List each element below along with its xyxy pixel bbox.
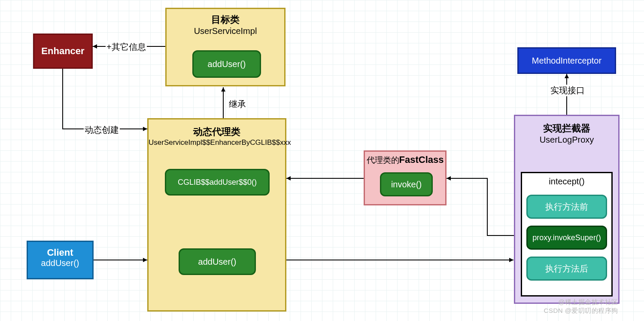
- target-class-title: 目标类: [167, 13, 284, 26]
- node-enhancer: Enhancer: [33, 34, 93, 69]
- proxy-class-method-2: addUser(): [179, 248, 256, 275]
- fastclass-method-label: invoke(): [391, 180, 422, 190]
- step-before-label: 执行方法前: [545, 201, 588, 213]
- method-interceptor-label: MethodInterceptor: [532, 56, 601, 66]
- fastclass-title-prefix: 代理类的: [367, 156, 399, 165]
- edge-label-dynamic-create: 动态创建: [84, 124, 120, 136]
- proxy-method1-label: CGLIB$$addUser$$0(): [178, 178, 257, 187]
- interceptor-inner-title: intecept(): [522, 173, 611, 186]
- proxy-class-subtitle: UserServiceImpl$$EnhancerByCGLIB$$xxx: [149, 138, 285, 147]
- node-fastclass: 代理类的FastClass invoke(): [364, 150, 447, 205]
- fastclass-method: invoke(): [380, 172, 433, 196]
- interceptor-subtitle: UserLogProxy: [515, 135, 618, 145]
- enhancer-label: Enhancer: [41, 46, 84, 57]
- node-interceptor-impl: 实现拦截器 UserLogProxy intecept() 执行方法前 prox…: [514, 115, 620, 304]
- target-class-method-label: addUser(): [208, 59, 246, 69]
- interceptor-step-before: 执行方法前: [526, 195, 607, 219]
- node-target-class: 目标类 UserServiceImpl addUser(): [165, 8, 286, 86]
- interceptor-inner-box: intecept() 执行方法前 proxy.invokeSuper() 执行方…: [521, 172, 613, 297]
- diagram-canvas: +其它信息 动态创建 继承 实现接口 Enhancer 目标类 UserServ…: [0, 0, 644, 321]
- edge-label-impl-interface: 实现接口: [550, 85, 586, 96]
- proxy-method2-label: addUser(): [198, 257, 237, 267]
- step-after-label: 执行方法后: [545, 263, 588, 275]
- watermark-1: @稀土掘金技术社区: [558, 298, 618, 306]
- target-class-method: addUser(): [192, 50, 261, 78]
- node-method-interceptor: MethodInterceptor: [517, 47, 616, 74]
- edge-label-inherit: 继承: [228, 98, 247, 110]
- watermark-2: CSDN @爱叨叨的程序狗: [544, 307, 618, 315]
- step-invoke-label: proxy.invokeSuper(): [532, 233, 601, 242]
- interceptor-step-after: 执行方法后: [526, 257, 607, 281]
- proxy-class-method-1: CGLIB$$addUser$$0(): [165, 169, 270, 196]
- interceptor-title: 实现拦截器: [515, 122, 618, 135]
- fastclass-title-bold: FastClass: [399, 154, 444, 165]
- node-proxy-class: 动态代理类 UserServiceImpl$$EnhancerByCGLIB$$…: [147, 118, 286, 312]
- target-class-subtitle: UserServiceImpl: [167, 26, 284, 36]
- proxy-class-title: 动态代理类: [149, 125, 285, 138]
- client-subtitle: addUser(): [28, 258, 92, 268]
- interceptor-step-invoke: proxy.invokeSuper(): [526, 226, 607, 250]
- client-title: Client: [28, 247, 92, 258]
- edge-label-other-info: +其它信息: [106, 41, 147, 53]
- node-client: Client addUser(): [27, 241, 94, 279]
